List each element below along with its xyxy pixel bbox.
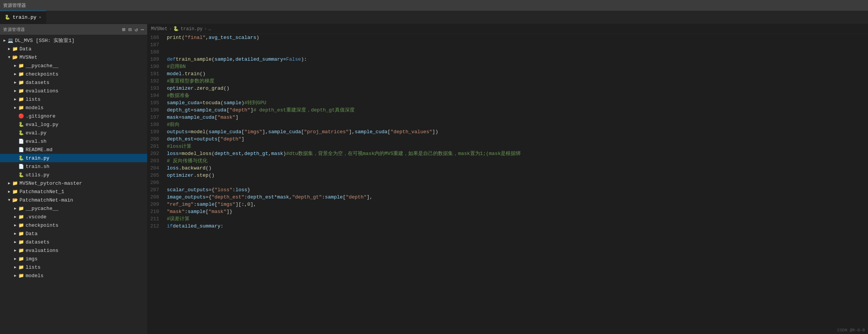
- icon-patchmatch1: 📁: [12, 189, 18, 195]
- sidebar-root[interactable]: ▶ 💻 DL_MVS [SSH: 实验室1]: [0, 36, 147, 45]
- active-tab[interactable]: 🐍 train.py ×: [0, 11, 46, 24]
- label-patchmatch-main: PatchmatchNet-main: [19, 197, 73, 203]
- sidebar-item-pm-evaluations[interactable]: ▶ 📁 evaluations: [0, 246, 147, 255]
- code-line-210: "mask": sample["mask"]}: [167, 208, 868, 215]
- code-line-203: # 反向传播与优化: [167, 157, 868, 165]
- icon-pm-checkpoints: 📁: [18, 223, 24, 228]
- icon-gitignore: 🔴: [18, 113, 24, 119]
- sidebar-item-pm-models[interactable]: ▶ 📁 models: [0, 271, 147, 280]
- arrow-pm-evaluations: ▶: [12, 248, 18, 253]
- arrow-pm-models: ▶: [12, 273, 18, 278]
- label-patchmatch1: PatchmatchNet_1: [19, 189, 64, 195]
- code-line-206: [167, 179, 868, 186]
- sidebar-title: 资源管理器: [3, 27, 25, 32]
- sidebar-item-pm-checkpoints[interactable]: ▶ 📁 checkpoints: [0, 221, 147, 229]
- arrow-mvs-pytorch: ▶: [6, 181, 12, 186]
- sidebar-item-data-top[interactable]: ▶ 📁 Data: [0, 45, 147, 53]
- sidebar-item-train-py[interactable]: 🐍 train.py: [0, 154, 147, 162]
- sidebar-tree[interactable]: ▶ 💻 DL_MVS [SSH: 实验室1] ▶ 📁 Data ▼ 📂 MVSN…: [0, 35, 147, 334]
- sidebar-item-patchmatch-main[interactable]: ▼ 📂 PatchmatchNet-main: [0, 196, 147, 204]
- label-pm-evaluations: evaluations: [26, 248, 58, 253]
- line-numbers: 1861871881891901911921931941951961971981…: [147, 34, 165, 334]
- sidebar-action-new-file[interactable]: ⊞: [122, 26, 125, 33]
- arrow-pm-vscode: ▶: [12, 215, 18, 219]
- tab-close-button[interactable]: ×: [39, 15, 41, 20]
- arrow-lists: ▶: [12, 97, 18, 102]
- sidebar-item-pm-imgs[interactable]: ▶ 📁 imgs: [0, 255, 147, 263]
- sidebar-item-pm-datasets[interactable]: ▶ 📁 datasets: [0, 238, 147, 246]
- icon-evaluations: 📁: [18, 88, 24, 94]
- sidebar-item-eval-py[interactable]: 🐍 eval.py: [0, 129, 147, 137]
- label-pm-imgs: imgs: [26, 256, 37, 262]
- sidebar-item-pm-vscode[interactable]: ▶ 📁 .vscode: [0, 213, 147, 221]
- sidebar-item-eval-log[interactable]: 🐍 eval_log.py: [0, 120, 147, 129]
- arrow-pycache: ▶: [12, 63, 18, 68]
- sidebar-item-pycache[interactable]: ▶ 📁 __pycache__: [0, 61, 147, 70]
- icon-train-sh: 📄: [18, 164, 24, 169]
- sidebar-action-refresh[interactable]: ↺: [135, 26, 138, 33]
- sidebar-item-mvs-net[interactable]: ▼ 📂 MVSNet: [0, 53, 147, 61]
- code-content[interactable]: print("final", avg_test_scalars)def trai…: [165, 34, 868, 334]
- code-line-191: model.train(): [167, 70, 868, 77]
- icon-patchmatch-main: 📂: [12, 197, 18, 203]
- arrow-data-top: ▶: [6, 47, 12, 51]
- line-number-194: 194: [150, 92, 159, 99]
- line-number-200: 200: [150, 136, 159, 143]
- arrow-patchmatch1: ▶: [6, 189, 12, 194]
- label-datasets: datasets: [26, 80, 49, 86]
- arrow-models: ▶: [12, 105, 18, 110]
- arrow-pm-data: ▶: [12, 231, 18, 236]
- sidebar-item-mvs-pytorch[interactable]: ▶ 📁 MVSNet_pytorch-master: [0, 179, 147, 187]
- sidebar-item-gitignore[interactable]: 🔴 .gitignore: [0, 112, 147, 120]
- code-line-207: scalar_outputs = {"loss": loss}: [167, 186, 868, 194]
- arrow-pm-datasets: ▶: [12, 240, 18, 244]
- line-number-198: 198: [150, 121, 159, 128]
- sidebar-item-pm-pycache[interactable]: ▶ 📁 __pycache__: [0, 204, 147, 213]
- label-mvs-pytorch: MVSNet_pytorch-master: [19, 181, 82, 186]
- label-lists: lists: [26, 97, 41, 102]
- sidebar-item-pm-lists[interactable]: ▶ 📁 lists: [0, 263, 147, 271]
- tab-icon: 🐍: [5, 15, 10, 20]
- sidebar-item-readme[interactable]: 📄 README.md: [0, 145, 147, 154]
- label-mvs-net: MVSNet: [19, 55, 37, 60]
- code-line-197: mask = sample_cuda["mask"]: [167, 114, 868, 121]
- line-number-188: 188: [150, 48, 159, 56]
- label-evaluations: evaluations: [26, 88, 58, 94]
- sidebar-item-datasets[interactable]: ▶ 📁 datasets: [0, 78, 147, 87]
- sidebar-item-eval-sh[interactable]: 📄 eval.sh: [0, 137, 147, 145]
- sidebar-item-lists[interactable]: ▶ 📁 lists: [0, 95, 147, 103]
- icon-eval-sh: 📄: [18, 139, 24, 144]
- label-utils-py: utils.py: [26, 172, 49, 178]
- sidebar-item-utils-py[interactable]: 🐍 utils.py: [0, 171, 147, 179]
- sidebar-item-train-sh[interactable]: 📄 train.sh: [0, 162, 147, 171]
- tab-filename: train.py: [13, 15, 36, 20]
- line-number-212: 212: [150, 223, 159, 230]
- sidebar-item-evaluations[interactable]: ▶ 📁 evaluations: [0, 87, 147, 95]
- label-eval-py: eval.py: [26, 130, 47, 136]
- line-number-205: 205: [150, 172, 159, 179]
- icon-mvs-pytorch: 📁: [12, 181, 18, 186]
- sidebar-action-new-folder[interactable]: ⊟: [128, 26, 131, 33]
- icon-utils-py: 🐍: [18, 172, 24, 178]
- code-line-192: #重置模型参数的梯度: [167, 77, 868, 85]
- line-number-210: 210: [150, 208, 159, 215]
- line-number-189: 189: [150, 56, 159, 63]
- sidebar-item-patchmatch1[interactable]: ▶ 📁 PatchmatchNet_1: [0, 187, 147, 196]
- line-number-186: 186: [150, 34, 159, 41]
- label-models: models: [26, 105, 44, 111]
- line-number-211: 211: [150, 215, 159, 223]
- arrow-pm-checkpoints: ▶: [12, 223, 18, 228]
- breadcrumb-icon: 🐍: [173, 26, 179, 32]
- line-number-191: 191: [150, 70, 159, 77]
- icon-pm-datasets: 📁: [18, 239, 24, 245]
- sidebar-item-models[interactable]: ▶ 📁 models: [0, 103, 147, 112]
- label-train-py: train.py: [26, 155, 49, 161]
- sidebar-item-checkpoints[interactable]: ▶ 📁 checkpoints: [0, 70, 147, 78]
- sidebar-action-more[interactable]: ⋯: [141, 26, 144, 33]
- code-line-196: depth_gt = sample_cuda["depth"] # depth_…: [167, 106, 868, 114]
- code-line-195: sample_cuda = tocuda(sample) #转到GPU: [167, 99, 868, 106]
- label-pm-lists: lists: [26, 265, 41, 270]
- sidebar-item-pm-data[interactable]: ▶ 📁 Data: [0, 229, 147, 238]
- label-data-top: Data: [19, 46, 31, 52]
- code-line-204: loss.backward(): [167, 165, 868, 172]
